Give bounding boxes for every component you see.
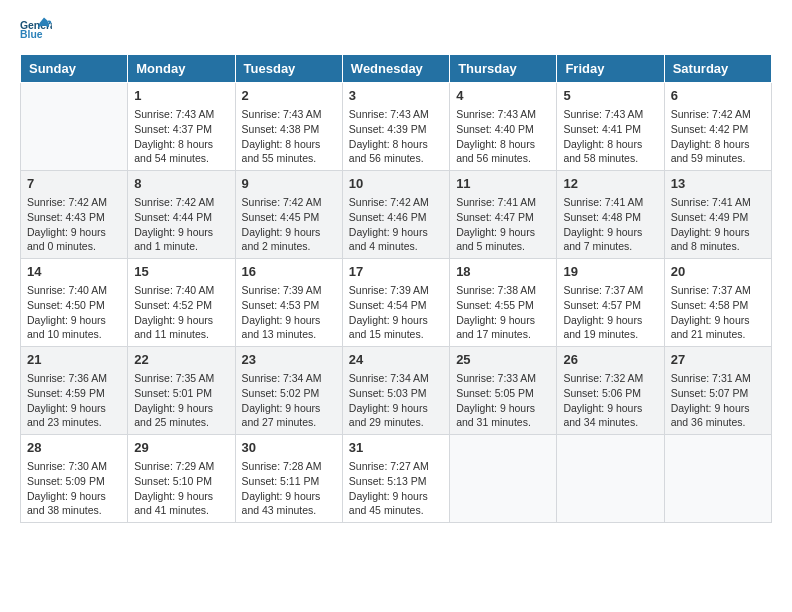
day-info-line: Sunset: 5:07 PM (671, 386, 765, 401)
day-info-line: Daylight: 9 hours (456, 401, 550, 416)
day-info-line: Sunset: 4:48 PM (563, 210, 657, 225)
day-info-line: Sunset: 4:38 PM (242, 122, 336, 137)
day-info-line: and 1 minute. (134, 239, 228, 254)
page-header: General Blue (20, 16, 772, 44)
day-info-line: Sunset: 4:50 PM (27, 298, 121, 313)
day-info-line: Daylight: 9 hours (27, 225, 121, 240)
calendar-cell: 5Sunrise: 7:43 AMSunset: 4:41 PMDaylight… (557, 83, 664, 171)
day-info-line: Daylight: 9 hours (456, 313, 550, 328)
day-info-line: Sunset: 4:37 PM (134, 122, 228, 137)
day-info-line: and 34 minutes. (563, 415, 657, 430)
day-info-line: Daylight: 9 hours (349, 313, 443, 328)
day-info-line: Daylight: 8 hours (242, 137, 336, 152)
day-info-line: Sunset: 4:46 PM (349, 210, 443, 225)
day-info-line: Sunset: 4:39 PM (349, 122, 443, 137)
day-info-line: Sunset: 4:44 PM (134, 210, 228, 225)
calendar-cell: 18Sunrise: 7:38 AMSunset: 4:55 PMDayligh… (450, 259, 557, 347)
day-info-line: Sunset: 4:58 PM (671, 298, 765, 313)
day-info-line: Sunrise: 7:40 AM (27, 283, 121, 298)
day-info-line: Sunrise: 7:39 AM (242, 283, 336, 298)
day-info-line: Sunrise: 7:30 AM (27, 459, 121, 474)
day-info-line: and 56 minutes. (456, 151, 550, 166)
day-info-line: Sunrise: 7:43 AM (563, 107, 657, 122)
day-number: 11 (456, 175, 550, 193)
day-number: 21 (27, 351, 121, 369)
day-number: 15 (134, 263, 228, 281)
calendar-cell: 25Sunrise: 7:33 AMSunset: 5:05 PMDayligh… (450, 347, 557, 435)
day-number: 8 (134, 175, 228, 193)
calendar-cell: 9Sunrise: 7:42 AMSunset: 4:45 PMDaylight… (235, 171, 342, 259)
day-number: 13 (671, 175, 765, 193)
day-info-line: Daylight: 8 hours (671, 137, 765, 152)
day-number: 27 (671, 351, 765, 369)
calendar-cell: 11Sunrise: 7:41 AMSunset: 4:47 PMDayligh… (450, 171, 557, 259)
calendar-cell: 21Sunrise: 7:36 AMSunset: 4:59 PMDayligh… (21, 347, 128, 435)
day-info-line: Sunrise: 7:41 AM (563, 195, 657, 210)
day-info-line: Sunset: 5:13 PM (349, 474, 443, 489)
day-info-line: and 29 minutes. (349, 415, 443, 430)
day-info-line: and 10 minutes. (27, 327, 121, 342)
day-info-line: Daylight: 9 hours (27, 313, 121, 328)
day-info-line: and 8 minutes. (671, 239, 765, 254)
day-info-line: Sunrise: 7:42 AM (134, 195, 228, 210)
calendar-cell: 29Sunrise: 7:29 AMSunset: 5:10 PMDayligh… (128, 435, 235, 523)
day-info-line: and 15 minutes. (349, 327, 443, 342)
day-info-line: and 23 minutes. (27, 415, 121, 430)
day-info-line: and 7 minutes. (563, 239, 657, 254)
day-info-line: Daylight: 9 hours (134, 225, 228, 240)
day-info-line: Sunrise: 7:37 AM (671, 283, 765, 298)
calendar-header-row: SundayMondayTuesdayWednesdayThursdayFrid… (21, 55, 772, 83)
day-info-line: Sunrise: 7:33 AM (456, 371, 550, 386)
day-info-line: Sunset: 4:55 PM (456, 298, 550, 313)
day-info-line: and 2 minutes. (242, 239, 336, 254)
week-row-4: 21Sunrise: 7:36 AMSunset: 4:59 PMDayligh… (21, 347, 772, 435)
day-info-line: Sunrise: 7:32 AM (563, 371, 657, 386)
day-number: 17 (349, 263, 443, 281)
column-header-saturday: Saturday (664, 55, 771, 83)
day-info-line: Sunrise: 7:40 AM (134, 283, 228, 298)
svg-text:Blue: Blue (20, 29, 43, 40)
day-info-line: Sunset: 4:53 PM (242, 298, 336, 313)
day-info-line: Daylight: 9 hours (349, 225, 443, 240)
day-info-line: and 4 minutes. (349, 239, 443, 254)
day-info-line: Sunrise: 7:35 AM (134, 371, 228, 386)
column-header-sunday: Sunday (21, 55, 128, 83)
day-info-line: Sunrise: 7:27 AM (349, 459, 443, 474)
day-info-line: Sunrise: 7:43 AM (242, 107, 336, 122)
day-number: 10 (349, 175, 443, 193)
day-info-line: Daylight: 8 hours (456, 137, 550, 152)
calendar-table: SundayMondayTuesdayWednesdayThursdayFrid… (20, 54, 772, 523)
day-info-line: Sunset: 4:52 PM (134, 298, 228, 313)
day-info-line: Sunset: 5:03 PM (349, 386, 443, 401)
day-info-line: Sunrise: 7:42 AM (671, 107, 765, 122)
day-info-line: Sunrise: 7:43 AM (134, 107, 228, 122)
calendar-cell: 22Sunrise: 7:35 AMSunset: 5:01 PMDayligh… (128, 347, 235, 435)
day-info-line: and 27 minutes. (242, 415, 336, 430)
day-info-line: Sunrise: 7:43 AM (456, 107, 550, 122)
day-info-line: and 11 minutes. (134, 327, 228, 342)
day-number: 7 (27, 175, 121, 193)
day-number: 1 (134, 87, 228, 105)
day-info-line: and 55 minutes. (242, 151, 336, 166)
day-number: 5 (563, 87, 657, 105)
logo-icon: General Blue (20, 16, 52, 44)
day-info-line: and 17 minutes. (456, 327, 550, 342)
day-info-line: and 19 minutes. (563, 327, 657, 342)
day-info-line: and 21 minutes. (671, 327, 765, 342)
column-header-friday: Friday (557, 55, 664, 83)
day-info-line: Sunset: 4:43 PM (27, 210, 121, 225)
calendar-cell: 19Sunrise: 7:37 AMSunset: 4:57 PMDayligh… (557, 259, 664, 347)
day-info-line: Sunset: 5:11 PM (242, 474, 336, 489)
day-info-line: and 5 minutes. (456, 239, 550, 254)
calendar-cell: 12Sunrise: 7:41 AMSunset: 4:48 PMDayligh… (557, 171, 664, 259)
day-info-line: Sunset: 4:45 PM (242, 210, 336, 225)
day-info-line: Daylight: 9 hours (242, 489, 336, 504)
day-info-line: Daylight: 9 hours (134, 313, 228, 328)
column-header-tuesday: Tuesday (235, 55, 342, 83)
day-number: 23 (242, 351, 336, 369)
day-info-line: and 25 minutes. (134, 415, 228, 430)
day-info-line: Sunset: 5:05 PM (456, 386, 550, 401)
day-info-line: Sunset: 4:49 PM (671, 210, 765, 225)
calendar-cell: 31Sunrise: 7:27 AMSunset: 5:13 PMDayligh… (342, 435, 449, 523)
day-info-line: Sunset: 5:02 PM (242, 386, 336, 401)
